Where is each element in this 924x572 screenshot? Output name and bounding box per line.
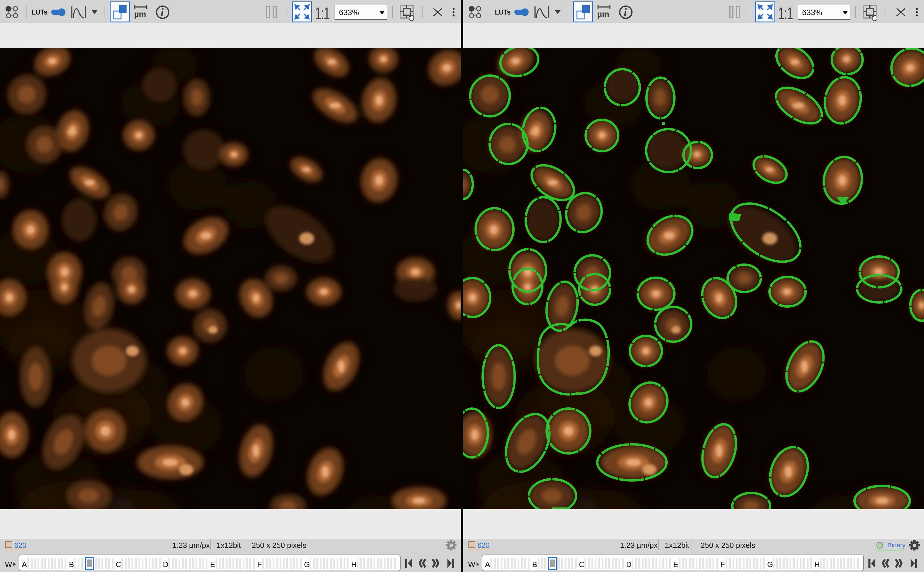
svg-text:i: i xyxy=(624,6,627,18)
svg-text:µm: µm xyxy=(597,9,609,19)
svg-text:i: i xyxy=(160,6,164,18)
svg-text:µm: µm xyxy=(134,9,146,19)
